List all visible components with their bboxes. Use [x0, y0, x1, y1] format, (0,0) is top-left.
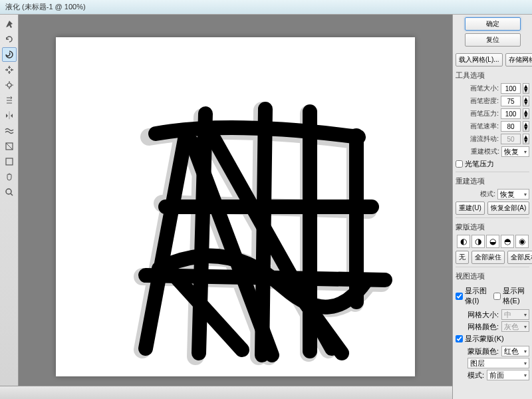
show-mask-checkbox[interactable] [456, 335, 463, 342]
mask-all-button[interactable]: 全部蒙住 [471, 251, 505, 264]
show-image-checkbox[interactable] [456, 293, 463, 300]
brush-size-input[interactable] [501, 83, 521, 94]
brush-density-input[interactable] [501, 96, 521, 106]
save-mesh-button[interactable]: 存储网格(V)... [505, 53, 532, 66]
turbulent-jitter-input [501, 134, 521, 144]
twirl-tool[interactable] [2, 47, 17, 62]
brush-pressure-label: 画笔压力: [470, 109, 499, 118]
svg-point-0 [7, 83, 11, 87]
view-options-header: 视图选项 [456, 271, 529, 281]
mask-add-icon[interactable]: ◑ [471, 235, 485, 248]
turbulent-jitter-spinner: ▴▾ [523, 134, 529, 144]
invert-all-button[interactable]: 全部反相 [507, 251, 532, 264]
brush-pressure-spinner[interactable]: ▴▾ [523, 108, 529, 119]
mode-dropdown[interactable]: 恢复 [497, 189, 529, 200]
mesh-color-dropdown: 灰色 [501, 321, 529, 332]
brush-density-label: 画笔密度: [470, 96, 499, 106]
show-image-label: 显示图像(I) [465, 286, 489, 306]
turbulence-tool[interactable] [2, 124, 17, 138]
backdrop-dropdown[interactable]: 图层 [467, 358, 529, 368]
tool-palette [0, 15, 19, 399]
svg-point-3 [6, 189, 11, 194]
push-left-tool[interactable] [2, 93, 17, 108]
show-mesh-label: 显示网格(E) [503, 286, 529, 306]
reconstruct-button[interactable]: 重建(U) [456, 201, 485, 215]
show-mesh-checkbox[interactable] [493, 293, 501, 300]
reset-button[interactable]: 复位 [465, 33, 521, 47]
bloat-tool[interactable] [2, 78, 17, 92]
turbulent-jitter-label: 湍流抖动: [470, 134, 499, 144]
freeze-mask-tool[interactable] [2, 139, 17, 154]
canvas-area [19, 15, 452, 399]
brush-rate-spinner[interactable]: ▴▾ [523, 121, 529, 132]
show-mask-label: 显示蒙版(K) [465, 334, 504, 344]
brush-size-spinner[interactable]: ▴▾ [523, 83, 529, 94]
pen-pressure-label: 光笔压力 [465, 159, 494, 169]
tool-options-header: 工具选项 [456, 70, 529, 80]
brush-size-label: 画笔大小: [470, 84, 499, 93]
mesh-size-label: 网格大小: [467, 310, 499, 320]
forward-warp-tool[interactable] [2, 17, 17, 31]
mask-replace-icon[interactable]: ◐ [457, 235, 470, 248]
mask-color-label: 蒙版颜色: [467, 346, 499, 356]
workspace [0, 15, 452, 399]
mode2-label: 模式: [467, 370, 484, 380]
mode-label: 模式: [480, 190, 495, 199]
hand-tool[interactable] [2, 170, 17, 184]
options-panel: 确定 复位 载入网格(L)... 存储网格(V)... 工具选项 画笔大小:▴▾… [452, 15, 532, 399]
restore-all-button[interactable]: 恢复全部(A) [487, 201, 529, 215]
brush-pressure-input[interactable] [501, 108, 521, 119]
mesh-color-label: 网格颜色: [467, 322, 499, 332]
canvas[interactable] [56, 37, 415, 376]
reconstruct-tool[interactable] [2, 32, 17, 47]
mask-options-header: 蒙版选项 [456, 222, 529, 232]
reconstruct-mode-dropdown[interactable]: 恢复 [501, 146, 529, 157]
bottom-bar [0, 386, 452, 399]
svg-rect-2 [6, 158, 13, 165]
thaw-mask-tool[interactable] [2, 154, 17, 169]
mirror-tool[interactable] [2, 108, 17, 123]
mask-intersect-icon[interactable]: ◓ [501, 235, 514, 248]
reconstruct-mode-label: 重建模式: [471, 147, 499, 156]
pen-pressure-checkbox[interactable] [456, 160, 463, 168]
window-title: 液化 (未标题-1 @ 100%) [5, 3, 86, 11]
mask-invert-icon[interactable]: ◉ [515, 235, 529, 248]
ok-button[interactable]: 确定 [465, 17, 521, 31]
brush-density-spinner[interactable]: ▴▾ [523, 96, 529, 106]
zoom-tool[interactable] [2, 185, 17, 200]
mode2-dropdown[interactable]: 前面 [487, 370, 529, 380]
pucker-tool[interactable] [2, 63, 17, 77]
mask-color-dropdown[interactable]: 红色 [501, 346, 529, 356]
brush-rate-label: 画笔速率: [470, 122, 499, 131]
none-button[interactable]: 无 [456, 251, 469, 264]
mask-subtract-icon[interactable]: ◒ [486, 235, 499, 248]
brush-rate-input[interactable] [501, 121, 521, 132]
reconstruct-options-header: 重建选项 [456, 176, 529, 186]
load-mesh-button[interactable]: 载入网格(L)... [456, 53, 503, 66]
mesh-size-dropdown: 中 [501, 309, 529, 320]
title-bar: 液化 (未标题-1 @ 100%) [0, 0, 532, 15]
